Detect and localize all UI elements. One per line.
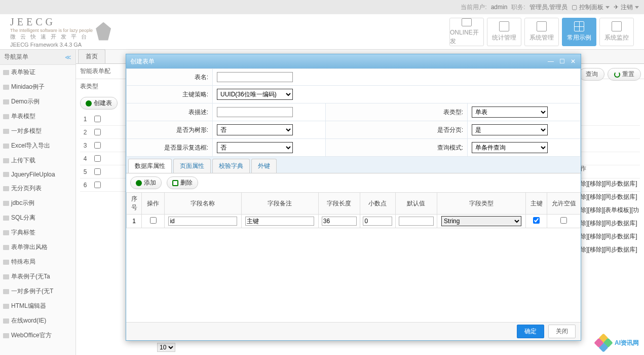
logout-link[interactable]: ✈ 注销 xyxy=(614,3,639,12)
row-actions[interactable]: 除][移除][同步数据库] xyxy=(580,217,641,230)
is-page-label: 是否分页: xyxy=(326,121,468,139)
row-actions[interactable]: 除][移除][表单模板][功 xyxy=(580,203,641,217)
sidebar-item[interactable]: 一对多模型 xyxy=(0,124,75,138)
row-checkbox[interactable] xyxy=(94,142,101,149)
field-name-input[interactable] xyxy=(168,217,237,226)
row-num: 6 xyxy=(80,182,90,189)
row-actions[interactable]: 除][移除][同步数据库] xyxy=(580,177,641,190)
sidebar-item[interactable]: WebOffice官方 xyxy=(0,328,75,343)
sidebar-collapse-icon[interactable]: ≪ xyxy=(65,54,71,61)
sidebar-item[interactable]: HTML编辑器 xyxy=(0,299,75,313)
sidebar-item[interactable]: 无分页列表 xyxy=(0,181,75,196)
row-num: 1 xyxy=(127,215,142,228)
table-type-select[interactable]: 单表 xyxy=(472,106,548,118)
col-pk: 主键 xyxy=(526,193,547,215)
sidebar-item[interactable]: 上传下载 xyxy=(0,153,75,168)
pk-strategy-select[interactable]: UUID(36位唯一编码) xyxy=(217,89,293,100)
nav-stats[interactable]: 统计管理 xyxy=(487,18,521,46)
watermark-text: AI资讯网 xyxy=(615,339,639,347)
dialog-titlebar[interactable]: 创建表单 — ☐ ✕ xyxy=(126,54,581,68)
query-mode-label: 查询模式: xyxy=(326,139,468,157)
op-header: 作 xyxy=(580,164,641,177)
sidebar-item[interactable]: 单表例子(无Ta xyxy=(0,269,75,284)
is-tree-label: 是否为树形: xyxy=(127,121,213,139)
row-checkbox[interactable] xyxy=(94,182,101,188)
subtab-db-attrs[interactable]: 数据库属性 xyxy=(128,159,172,173)
field-nullable-checkbox[interactable] xyxy=(560,217,567,224)
nav-examples[interactable]: 常用示例 xyxy=(562,18,596,46)
sidebar-item[interactable]: 表单验证 xyxy=(0,65,75,80)
field-pk-checkbox[interactable] xyxy=(533,217,540,224)
is-tree-select[interactable]: 否 xyxy=(217,124,293,135)
col-decimal: 小数点 xyxy=(360,193,395,215)
grid-icon xyxy=(574,21,584,31)
logo: JEECG The Intelligent software is for la… xyxy=(10,16,111,48)
sidebar-item[interactable]: Excel导入导出 xyxy=(0,138,75,153)
col-name: 字段名称 xyxy=(164,193,241,215)
delete-row-button[interactable]: 删除 xyxy=(167,176,198,189)
is-page-select[interactable]: 是 xyxy=(472,124,548,135)
row-select-checkbox[interactable] xyxy=(150,217,157,224)
sidebar-title: 导航菜单 xyxy=(4,53,28,61)
sidebar-item[interactable]: Minidao例子 xyxy=(0,80,75,94)
sidebar-item[interactable]: 单表模型 xyxy=(0,109,75,124)
nav-system-mgmt[interactable]: 系统管理 xyxy=(524,18,559,46)
close-icon[interactable]: ✕ xyxy=(570,58,577,65)
search-button[interactable]: 查询 xyxy=(579,68,604,81)
page-size-select[interactable]: 10 xyxy=(157,343,175,352)
sidebar-item[interactable]: SQL分离 xyxy=(0,210,75,225)
field-length-input[interactable] xyxy=(322,217,357,226)
row-checkbox[interactable] xyxy=(94,129,101,135)
sidebar-item[interactable]: 字典标签 xyxy=(0,225,75,240)
nav-label: ONLINE开发 xyxy=(450,28,483,46)
row-actions[interactable]: 除][移除][同步数据库] xyxy=(580,230,641,243)
chart-icon xyxy=(499,21,509,31)
chevron-down-icon xyxy=(605,6,610,9)
row-checkbox[interactable] xyxy=(94,116,101,122)
header: JEECG The Intelligent software is for la… xyxy=(0,14,644,50)
subtab-fk[interactable]: 外键 xyxy=(251,159,277,173)
field-decimal-input[interactable] xyxy=(363,217,392,226)
logo-mascot-icon xyxy=(96,22,111,41)
refresh-icon xyxy=(614,72,620,78)
row-actions[interactable]: 除][移除][同步数据库] xyxy=(580,243,641,256)
sidebar-item[interactable]: jdbc示例 xyxy=(0,196,75,210)
logo-tagline: The Intelligent software is for lazy peo… xyxy=(10,28,93,33)
sidebar-item[interactable]: 一对多例子(无T xyxy=(0,284,75,299)
reset-button[interactable]: 重置 xyxy=(608,68,641,81)
control-panel-link[interactable]: ▢ 控制面板 xyxy=(572,3,610,12)
sidebar-item[interactable]: JqueryFileUploa xyxy=(0,168,75,181)
table-desc-input[interactable] xyxy=(217,107,293,117)
dialog-title-text: 创建表单 xyxy=(130,57,155,66)
sidebar-item[interactable]: 在线word(IE) xyxy=(0,313,75,328)
row-actions[interactable]: 除][移除][同步数据库] xyxy=(580,190,641,203)
tab-home[interactable]: 首页 xyxy=(78,49,105,63)
close-button[interactable]: 关闭 xyxy=(548,325,576,338)
sidebar-item[interactable]: 特殊布局 xyxy=(0,255,75,269)
nav-online-dev[interactable]: ONLINE开发 xyxy=(449,18,484,46)
show-checkbox-select[interactable]: 否 xyxy=(217,142,293,153)
field-remark-input[interactable] xyxy=(245,217,314,226)
row-checkbox[interactable] xyxy=(94,155,101,162)
table-type-label: 表类型: xyxy=(326,103,468,121)
right-actions: 查询 重置 xyxy=(579,68,641,81)
query-mode-select[interactable]: 单条件查询 xyxy=(472,142,548,153)
field-type-select[interactable]: String xyxy=(441,216,521,226)
add-row-button[interactable]: 添加 xyxy=(130,176,162,189)
nav-monitor[interactable]: 系统监控 xyxy=(599,18,634,46)
create-table-button[interactable]: 创建表 xyxy=(80,97,118,110)
table-name-input[interactable] xyxy=(217,72,293,82)
maximize-icon[interactable]: ☐ xyxy=(558,58,565,65)
table-name-label: 表名: xyxy=(127,69,213,86)
row-num: 1 xyxy=(80,116,90,123)
sidebar-item[interactable]: Demo示例 xyxy=(0,94,75,109)
minimize-icon[interactable]: — xyxy=(547,58,554,65)
sidebar-item[interactable]: 表单弹出风格 xyxy=(0,240,75,255)
row-checkbox[interactable] xyxy=(94,168,101,175)
row-num: 5 xyxy=(80,168,90,175)
actions-column: 作 除][移除][同步数据库]除][移除][同步数据库]除][移除][表单模板]… xyxy=(580,164,641,256)
ok-button[interactable]: 确定 xyxy=(517,325,544,338)
field-default-input[interactable] xyxy=(399,217,434,226)
subtab-page-attrs[interactable]: 页面属性 xyxy=(173,159,211,173)
subtab-validation[interactable]: 校验字典 xyxy=(212,159,250,173)
